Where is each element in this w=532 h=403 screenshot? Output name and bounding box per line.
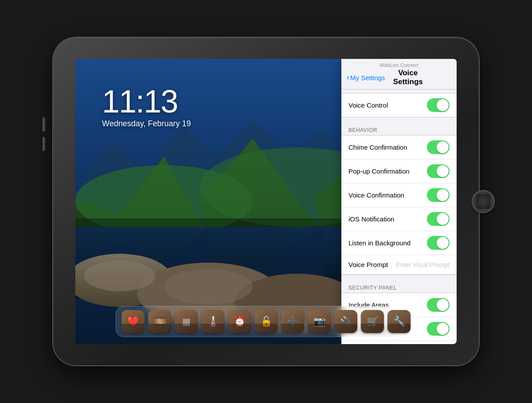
voice-control-label: Voice Control	[348, 101, 427, 109]
svg-point-17	[164, 269, 253, 305]
toggle-knob	[437, 299, 449, 311]
ignore-prompt-code-row: Ignore Prompt for Code	[341, 341, 457, 344]
include-outputs-toggle[interactable]	[427, 322, 450, 336]
clock-time: 11:13	[102, 85, 191, 117]
voice-confirmation-label: Voice Confirmation	[348, 191, 427, 199]
behavior-group: Chime Confirmation Pop-up Confirmation	[341, 135, 457, 275]
back-label: My Settings	[350, 74, 385, 81]
popup-confirmation-toggle[interactable]	[427, 164, 450, 178]
tablet: 11:13 Wednesday, February 19 MobiLinc Co…	[53, 38, 479, 365]
ios-notification-label: iOS Notification	[348, 215, 427, 223]
chime-confirmation-row: Chime Confirmation	[341, 136, 457, 159]
nav-bar: MobiLinc Connect ‹ My Settings Voice Set…	[341, 59, 457, 89]
app-title: MobiLinc Connect	[347, 62, 451, 68]
back-chevron-icon: ‹	[347, 73, 349, 82]
listen-background-label: Listen in Background	[348, 239, 427, 247]
volume-up-button[interactable]	[43, 117, 45, 132]
settings-panel: MobiLinc Connect ‹ My Settings Voice Set…	[341, 59, 457, 344]
toggle-knob	[437, 141, 449, 153]
nav-row: ‹ My Settings Voice Settings	[347, 69, 451, 86]
back-button[interactable]: ‹ My Settings	[347, 73, 385, 82]
toggle-knob	[437, 237, 449, 249]
dock-icon-heart[interactable]: ❤️	[121, 310, 145, 333]
voice-control-group: Voice Control	[341, 93, 457, 117]
dock-icon-medical[interactable]: ➕	[281, 310, 304, 333]
screen: 11:13 Wednesday, February 19 MobiLinc Co…	[75, 59, 457, 344]
voice-confirmation-row: Voice Confirmation	[341, 183, 457, 207]
home-button[interactable]	[472, 190, 495, 213]
toggle-knob	[437, 213, 449, 225]
home-button-inner	[475, 194, 491, 209]
security-panel-header: Security Panel	[341, 282, 457, 293]
dock-icon-camera[interactable]: 📷	[308, 310, 331, 333]
dock-icon-tools[interactable]: 🔧	[387, 310, 411, 333]
behavior-section: Behavior Chime Confirmation Pop-up Confi…	[341, 124, 457, 275]
voice-confirmation-toggle[interactable]	[427, 188, 450, 202]
popup-confirmation-row: Pop-up Confirmation	[341, 159, 457, 183]
ios-notification-toggle[interactable]	[427, 212, 450, 226]
dock-icon-thermometer[interactable]: 🌡️	[201, 310, 224, 333]
dock-icon-cart[interactable]: 🛒	[361, 310, 384, 333]
toggle-knob	[437, 165, 449, 177]
voice-prompt-label: Voice Prompt	[348, 261, 388, 268]
chime-confirmation-label: Chime Confirmation	[348, 143, 427, 151]
voice-control-toggle[interactable]	[427, 98, 450, 112]
toggle-knob	[437, 189, 449, 201]
behavior-header: Behavior	[341, 124, 457, 135]
dock-icon-power[interactable]: 🔌	[334, 310, 357, 333]
toggle-knob	[437, 323, 449, 335]
chime-confirmation-toggle[interactable]	[427, 140, 450, 154]
dock-icon-clock[interactable]: ⏰	[228, 310, 251, 333]
voice-prompt-input[interactable]: Enter Vocal Prompt	[391, 261, 450, 268]
volume-down-button[interactable]	[43, 137, 45, 151]
dock-icon-grid[interactable]: ▦	[175, 310, 198, 333]
dock: ❤️ 🎞️ ▦ 🌡️ ⏰ 🔓 ➕ 📷 🔌 🛒 🔧	[116, 306, 416, 337]
page-title: Voice Settings	[387, 69, 429, 86]
clock-date: Wednesday, February 19	[102, 119, 191, 128]
voice-prompt-row: Voice Prompt Enter Vocal Prompt	[341, 255, 457, 275]
voice-control-row: Voice Control	[341, 93, 457, 117]
side-buttons	[43, 117, 45, 151]
ios-notification-row: iOS Notification	[341, 207, 457, 231]
listen-background-toggle[interactable]	[427, 236, 450, 250]
toggle-knob	[437, 99, 449, 111]
listen-background-row: Listen in Background	[341, 231, 457, 255]
popup-confirmation-label: Pop-up Confirmation	[348, 167, 427, 175]
include-areas-toggle[interactable]	[427, 298, 450, 312]
dock-icon-lock[interactable]: 🔓	[254, 310, 278, 333]
svg-point-16	[84, 260, 155, 291]
dock-icon-film[interactable]: 🎞️	[148, 310, 171, 333]
time-display: 11:13 Wednesday, February 19	[102, 85, 191, 128]
